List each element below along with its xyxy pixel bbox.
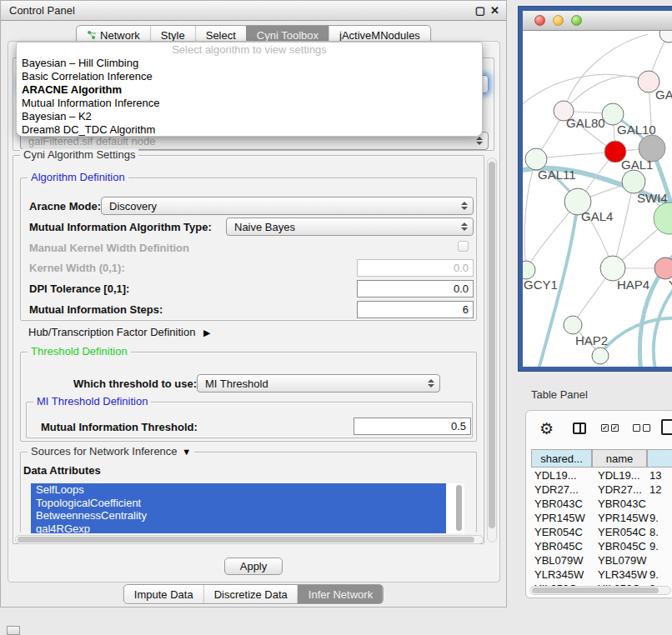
cell: 9. (649, 568, 659, 581)
cell: YDL19... (534, 469, 577, 482)
list-item[interactable]: BetweennessCentrality (31, 509, 446, 522)
float-window-icon[interactable]: ▢ (475, 4, 485, 17)
hub-factor-label: Hub/Transcription Factor Definition (28, 326, 195, 338)
cyni-algorithm-settings-group: Cyni Algorithm Settings Algorithm Defini… (13, 155, 484, 544)
minimize-traffic-light-icon[interactable] (553, 15, 564, 26)
cell: YDR27... (598, 483, 642, 496)
manual-kernel-label: Manual Kernel Width Definition (29, 242, 189, 254)
mi-steps-field[interactable]: 6 (357, 301, 474, 318)
mi-threshold-definition-title: MI Threshold Definition (33, 396, 151, 408)
node[interactable] (523, 261, 535, 279)
network-canvas[interactable]: GAL GAL80 GAL10 GAL1 GAL11 SWI4 GAL4 GCY… (523, 31, 672, 367)
node-pink[interactable] (654, 258, 672, 279)
dropdown-item[interactable]: Basic Correlation Inference (17, 70, 482, 83)
mi-type-combobox[interactable]: Naive Bayes (226, 218, 474, 236)
hub-factor-expander[interactable]: Hub/Transcription Factor Definition ▶ (28, 326, 210, 338)
node-label: Y (669, 278, 672, 292)
mi-steps-label: Mutual Information Steps: (29, 303, 163, 316)
close-window-icon[interactable]: ✕ (490, 4, 499, 17)
node-label: GAL10 (617, 122, 656, 137)
unchecked-columns-icon[interactable] (633, 424, 650, 432)
mi-threshold-field[interactable]: 0.5 (354, 418, 471, 435)
tab-infer-network[interactable]: Infer Network (298, 585, 383, 603)
which-threshold-combobox[interactable]: MI Threshold (197, 374, 440, 392)
table-row[interactable]: YER054CYER054C8. (526, 526, 672, 540)
apply-button[interactable]: Apply (224, 558, 283, 575)
mi-type-value: Naive Bayes (234, 221, 295, 233)
cyni-settings-group-title: Cyni Algorithm Settings (20, 149, 138, 161)
settings-vertical-scrollbar[interactable] (487, 158, 497, 542)
node[interactable] (592, 348, 609, 364)
manual-kernel-checkbox[interactable] (458, 241, 469, 252)
edge (536, 152, 615, 159)
settings-horizontal-scrollbar-thumb[interactable] (18, 537, 474, 542)
network-view-window[interactable]: GAL GAL80 GAL10 GAL1 GAL11 SWI4 GAL4 GCY… (519, 7, 672, 371)
new-table-icon[interactable] (661, 419, 672, 435)
cell: YBR045C (598, 540, 646, 552)
dpi-tolerance-field[interactable]: 0.0 (357, 280, 474, 298)
table-row[interactable]: YBR045CYBR045C9. (526, 540, 672, 554)
tab-style-label: Style (161, 29, 185, 42)
node[interactable] (659, 31, 672, 42)
dropdown-item[interactable]: Dream8 DC_TDC Algorithm (17, 123, 482, 137)
table-row[interactable]: YBR043CYBR043C (526, 498, 672, 512)
aracne-mode-label: Aracne Mode: (29, 200, 101, 212)
table-horizontal-scrollbar-thumb[interactable] (532, 588, 659, 593)
aracne-mode-value: Discovery (109, 200, 157, 212)
list-item[interactable]: SelfLoops (31, 483, 446, 497)
cell: YBR043C (598, 498, 646, 510)
table-row[interactable]: YDR27...YDR27...12 (526, 483, 672, 498)
column-header-shared-name[interactable]: shared... (531, 449, 592, 468)
kernel-width-label: Kernel Width (0,1): (29, 262, 125, 274)
list-item[interactable]: gal4RGexp (31, 522, 446, 534)
split-columns-icon[interactable] (573, 422, 586, 434)
table-row[interactable]: YBL079WYBL079W (526, 554, 672, 568)
node-label: GAL1 (621, 158, 653, 172)
combo-spinner-icon (476, 137, 483, 145)
tab-discretize-data[interactable]: Discretize Data (203, 585, 298, 603)
zoom-traffic-light-icon[interactable] (571, 15, 582, 26)
sources-group-title[interactable]: Sources for Network Inference ▼ (28, 446, 194, 458)
node-label: GAL80 (566, 116, 605, 130)
expander-down-arrow-icon: ▼ (182, 447, 191, 457)
settings-vertical-scrollbar-thumb[interactable] (489, 162, 495, 528)
minimized-panel-button[interactable] (7, 626, 20, 635)
network-window-titlebar (523, 11, 672, 31)
dropdown-prompt: Select algorithm to view settings (17, 43, 482, 57)
gear-icon[interactable]: ⚙ (539, 419, 554, 438)
threshold-definition-title: Threshold Definition (28, 346, 131, 358)
table-horizontal-scrollbar[interactable] (529, 586, 671, 595)
dropdown-item[interactable]: Bayesian – K2 (17, 110, 482, 123)
column-header-partial[interactable]: A (647, 449, 672, 468)
cell: YBL079W (598, 554, 647, 567)
settings-horizontal-scrollbar[interactable] (15, 535, 484, 544)
node[interactable] (564, 316, 582, 334)
cell: 8. (649, 526, 659, 538)
cell: YBR043C (534, 498, 583, 510)
table-row[interactable]: YPR145WYPR145W9. (526, 512, 672, 526)
checked-columns-icon[interactable]: ✓✓ (601, 424, 619, 432)
cell: YBL079W (534, 554, 584, 567)
column-header-name[interactable]: name (592, 449, 647, 468)
node-label: GAL4 (581, 209, 613, 223)
cell: YPR145W (598, 512, 649, 524)
tab-infer-network-label: Infer Network (308, 588, 373, 601)
list-vertical-scrollbar-thumb[interactable] (456, 485, 462, 531)
edge (564, 34, 648, 111)
dropdown-item[interactable]: Mutual Information Inference (17, 97, 482, 110)
tab-impute-data[interactable]: Impute Data (124, 585, 203, 603)
node[interactable] (654, 202, 672, 234)
dropdown-item-highlighted[interactable]: ARACNE Algorithm (17, 83, 482, 97)
node-label: GCY1 (524, 278, 558, 292)
node[interactable] (622, 170, 645, 193)
algorithm-definition-title: Algorithm Definition (28, 172, 128, 183)
kernel-width-field[interactable]: 0.0 (357, 259, 474, 277)
table-row[interactable]: YDL19...YDL19...13 (526, 469, 672, 483)
dropdown-item[interactable]: Bayesian – Hill Climbing (17, 57, 482, 70)
list-item[interactable]: TopologicalCoefficient (31, 497, 446, 510)
table-row[interactable]: YLR345WYLR345W9. (526, 568, 672, 582)
aracne-mode-combobox[interactable]: Discovery (101, 197, 474, 215)
close-traffic-light-icon[interactable] (534, 15, 545, 26)
cell: 9. (649, 540, 659, 552)
edge (600, 318, 672, 353)
